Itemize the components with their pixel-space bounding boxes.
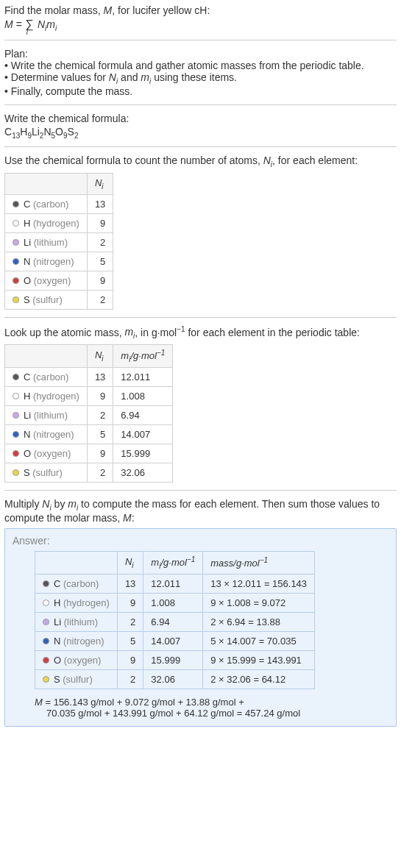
element-dot-icon: [13, 412, 19, 419]
count-title: Use the chemical formula to count the nu…: [4, 154, 397, 168]
header-mass: mass/g·mol−1: [203, 551, 315, 574]
answer-label: Answer:: [13, 535, 388, 547]
m-value: 14.007: [113, 425, 173, 444]
lookup-m: m: [124, 326, 133, 338]
count-N: N: [263, 154, 271, 166]
n-value: 5: [117, 631, 143, 650]
header-Ni: Ni: [117, 551, 143, 574]
element-dot-icon: [43, 580, 49, 587]
element-dot-icon: [13, 277, 19, 284]
plan-section: Plan: • Write the chemical formula and g…: [4, 48, 397, 97]
multiply-section: Multiply Ni by mi to compute the mass fo…: [4, 498, 397, 727]
n-value: 2: [87, 232, 113, 252]
element-cell: O (oxygen): [5, 444, 88, 463]
chem-sub: 2: [74, 131, 79, 139]
element-name: (nitrogen): [60, 636, 104, 647]
mult-by: by: [52, 498, 68, 510]
element-name: (sulfur): [30, 294, 63, 305]
table-row: O (oxygen)915.999: [5, 444, 173, 463]
formula-lhs: M =: [4, 18, 25, 30]
chem-formula-title: Write the chemical formula:: [4, 113, 397, 124]
plan-item: • Write the chemical formula and gather …: [4, 60, 397, 71]
table-header-row: Ni mi/g·mol−1 mass/g·mol−1: [35, 551, 315, 574]
table-row: C (carbon)1312.011: [5, 368, 173, 387]
n-value: 13: [87, 194, 113, 213]
sigma-sub: i: [26, 28, 28, 36]
formula-m: m: [46, 18, 55, 30]
intro-section: Find the molar mass, M, for lucifer yell…: [4, 4, 397, 32]
lookup-text3: for each element in the periodic table:: [185, 326, 360, 338]
answer-box: Answer: Ni mi/g·mol−1 mass/g·mol−1 C (ca…: [4, 528, 397, 727]
element-dot-icon: [43, 657, 49, 664]
mass-value: 2 × 32.06 = 64.12: [203, 669, 315, 689]
chemical-formula-section: Write the chemical formula: C13H9Li2N5O9…: [4, 113, 397, 140]
formula-mi: i: [55, 24, 57, 32]
m-value: 6.94: [113, 406, 173, 425]
table-header-row: Ni mi/g·mol−1: [5, 345, 173, 368]
element-name: (nitrogen): [30, 429, 74, 440]
lookup-section: Look up the atomic mass, mi, in g·mol−1 …: [4, 325, 397, 483]
header-Ni: Ni: [87, 174, 113, 195]
count-text2: , for each element:: [272, 154, 358, 166]
table-row: N (nitrogen)514.007: [5, 425, 173, 444]
element-name: (oxygen): [61, 655, 101, 666]
element-cell: Li (lithium): [5, 232, 88, 252]
final-sum: M = 156.143 g/mol + 9.072 g/mol + 13.88 …: [35, 697, 388, 719]
element-cell: O (oxygen): [35, 650, 118, 669]
table-row: N (nitrogen)514.0075 × 14.007 = 70.035: [35, 631, 315, 650]
n-value: 9: [117, 650, 143, 669]
n-value: 5: [87, 252, 113, 271]
element-dot-icon: [13, 296, 19, 303]
element-symbol: N: [24, 429, 30, 440]
element-symbol: O: [54, 655, 61, 666]
n-value: 2: [117, 612, 143, 631]
element-cell: N (nitrogen): [5, 252, 88, 271]
atomic-mass-table: Ni mi/g·mol−1 C (carbon)1312.011H (hydro…: [4, 344, 173, 483]
answer-table: Ni mi/g·mol−1 mass/g·mol−1 C (carbon)131…: [35, 551, 315, 689]
divider: [4, 40, 397, 40]
element-name: (oxygen): [31, 275, 71, 286]
element-symbol: H: [24, 218, 30, 229]
mult-text: Multiply: [4, 498, 42, 510]
element-dot-icon: [13, 469, 19, 476]
lookup-exp: −1: [177, 325, 185, 333]
mass-value: 5 × 14.007 = 70.035: [203, 631, 315, 650]
element-cell: H (hydrogen): [5, 213, 88, 232]
atom-count-table: Ni C (carbon)13H (hydrogen)9Li (lithium)…: [4, 173, 113, 310]
table-row: S (sulfur)232.06: [5, 463, 173, 483]
multiply-text: Multiply Ni by mi to compute the mass fo…: [4, 498, 397, 524]
n-value: 13: [87, 368, 113, 387]
m-value: 12.011: [143, 574, 203, 593]
element-symbol: N: [54, 636, 60, 647]
mult-N: N: [42, 498, 49, 510]
n-value: 13: [117, 574, 143, 593]
m-value: 32.06: [113, 463, 173, 483]
plan-item: • Finally, compute the mass.: [4, 85, 397, 97]
divider: [4, 317, 397, 318]
element-dot-icon: [43, 638, 49, 644]
intro-M: M: [104, 4, 113, 16]
element-symbol: O: [24, 448, 31, 459]
element-dot-icon: [13, 258, 19, 265]
n-value: 5: [87, 425, 113, 444]
element-name: (hydrogen): [30, 218, 79, 229]
table-row: H (hydrogen)9: [5, 213, 113, 232]
header-element: [35, 551, 118, 574]
n-value: 9: [87, 444, 113, 463]
element-cell: C (carbon): [5, 368, 88, 387]
element-cell: O (oxygen): [5, 271, 88, 290]
chem-el: O: [55, 126, 63, 138]
final-sum-line2: 70.035 g/mol + 143.991 g/mol + 64.12 g/m…: [46, 708, 388, 719]
mult-m: m: [68, 498, 77, 510]
molar-mass-formula: M = ∑i Nimi: [4, 18, 397, 32]
mass-value: 9 × 15.999 = 143.991: [203, 650, 315, 669]
m-value: 1.008: [113, 387, 173, 406]
chemical-formula: C13H9Li2N5O9S2: [4, 126, 397, 140]
table-row: C (carbon)13: [5, 194, 113, 213]
plan-item: • Determine values for Ni and mi using t…: [4, 71, 397, 85]
element-symbol: C: [24, 199, 30, 210]
m-value: 6.94: [143, 612, 203, 631]
element-dot-icon: [13, 239, 19, 246]
table-row: Li (lithium)26.942 × 6.94 = 13.88: [35, 612, 315, 631]
table-row: C (carbon)1312.01113 × 12.011 = 156.143: [35, 574, 315, 593]
